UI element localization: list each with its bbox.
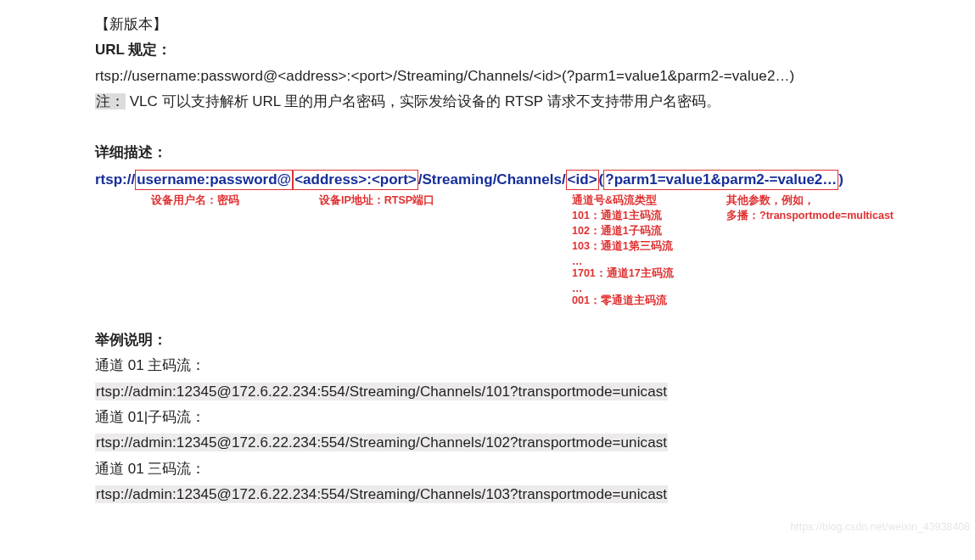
url-seg-address-box: <address>:<port> (293, 170, 418, 190)
annotation-other-line: 多播：?transportmode=multicast (726, 209, 894, 223)
annotation-channel-line: 103：通道1第三码流 (572, 239, 673, 254)
url-seg-id-box: <id> (566, 170, 599, 190)
url-seg-paren-close: ) (838, 171, 843, 188)
annotation-block: 设备用户名：密码 设备IP地址：RTSP端口 通道号&码流类型 101：通道1主… (95, 190, 961, 326)
version-bracket: 【新版本】 (95, 14, 961, 36)
detail-heading: 详细描述： (95, 142, 961, 164)
annotation-channel-line: 101：通道1主码流 (572, 209, 662, 223)
url-seg-path: /Streaming/Channels/ (418, 171, 566, 188)
example-url: rtsp://admin:12345@172.6.22.234:554/Stre… (95, 383, 668, 400)
example-url-row: rtsp://admin:12345@172.6.22.234:554/Stre… (95, 484, 961, 506)
example-label: 通道 01 主码流： (95, 355, 961, 377)
detail-url-line: rtsp://username:password@<address>:<port… (95, 170, 961, 190)
example-heading: 举例说明： (95, 329, 961, 351)
annotation-channel-line: 1701：通道17主码流 (572, 266, 674, 281)
annotation-channel-line: 001：零通道主码流 (572, 294, 667, 308)
annotation-channel-line: 102：通道1子码流 (572, 224, 662, 238)
annotation-address: 设备IP地址：RTSP端口 (319, 193, 434, 208)
document-page: 【新版本】 URL 规定： rtsp://username:password@<… (0, 0, 961, 535)
annotation-credentials: 设备用户名：密码 (151, 193, 239, 208)
example-label: 通道 01|子码流： (95, 406, 961, 428)
annotation-channel-heading: 通道号&码流类型 (572, 193, 657, 208)
example-label: 通道 01 三码流： (95, 458, 961, 480)
note-line: 注： VLC 可以支持解析 URL 里的用户名密码，实际发给设备的 RTSP 请… (95, 91, 961, 113)
example-url: rtsp://admin:12345@172.6.22.234:554/Stre… (95, 485, 668, 503)
example-url-row: rtsp://admin:12345@172.6.22.234:554/Stre… (95, 381, 961, 403)
note-text: VLC 可以支持解析 URL 里的用户名密码，实际发给设备的 RTSP 请求不支… (130, 93, 720, 109)
example-url: rtsp://admin:12345@172.6.22.234:554/Stre… (95, 434, 668, 451)
url-rule-heading: URL 规定： (95, 39, 961, 61)
note-label: 注： (95, 93, 126, 109)
url-seg-params-box: ?parm1=value1&parm2-=value2… (603, 170, 838, 190)
url-seg-credentials-box: username:password@ (135, 170, 293, 190)
url-rule-template: rtsp://username:password@<address>:<port… (95, 65, 961, 87)
example-url-row: rtsp://admin:12345@172.6.22.234:554/Stre… (95, 432, 961, 454)
watermark-text: https://blog.csdn.net/weixin_43938408 (790, 521, 970, 533)
url-seg-protocol: rtsp:// (95, 171, 135, 188)
annotation-other-heading: 其他参数，例如， (726, 193, 815, 208)
